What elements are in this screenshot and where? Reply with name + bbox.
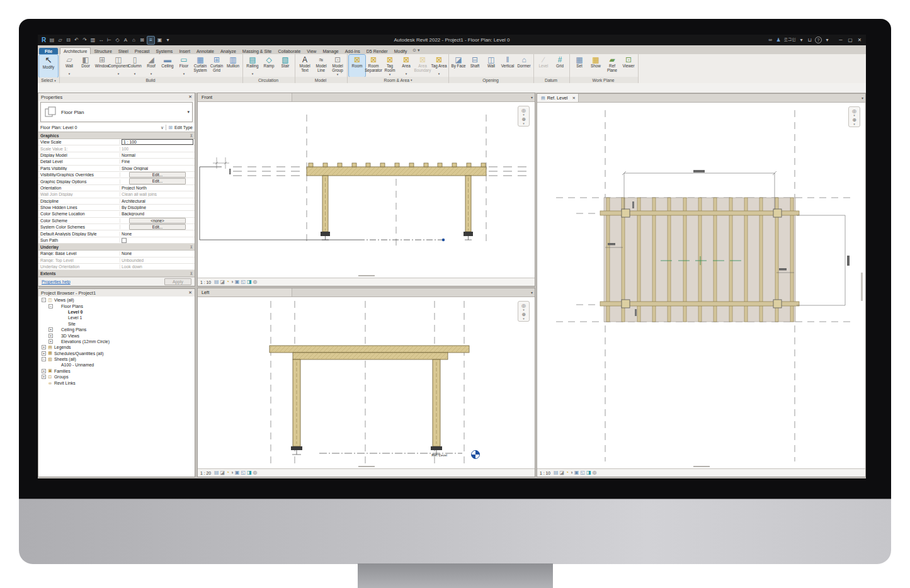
modify-button[interactable]: ↖ Modify <box>39 55 58 77</box>
visual-style-icon[interactable]: ◪ <box>220 470 225 475</box>
view-tab-front[interactable]: Front <box>198 93 292 101</box>
selection-options-icon[interactable]: ⊙ ▾ <box>410 47 422 54</box>
ribbon-tab[interactable]: Collaborate <box>275 48 304 54</box>
tree-item[interactable]: + ▦ Schedules/Quantities (all) <box>38 351 195 356</box>
pergola-posts[interactable] <box>291 359 442 455</box>
stair-button[interactable]: ▧ Stair <box>277 55 293 77</box>
ribbon-tab[interactable]: Architecture <box>60 47 91 54</box>
property-section-header[interactable]: Extents ⊼ <box>38 270 195 277</box>
property-row[interactable]: Underlay Orientation Look down Look down… <box>38 264 195 270</box>
tree-toggle[interactable]: + <box>42 369 46 373</box>
ribbon-tab[interactable]: Add-Ins <box>342 48 363 54</box>
close-icon[interactable]: ✕ <box>188 94 192 99</box>
horizontal-scrollbar[interactable] <box>358 275 375 276</box>
tree-item[interactable]: + Elevations (12mm Circle) <box>38 339 195 344</box>
tree-toggle[interactable]: − <box>42 298 46 302</box>
signed-in-user-label[interactable]: 로그인 <box>784 37 797 43</box>
edit-type-icon[interactable]: ⊞ <box>166 125 173 130</box>
curtain-grid-button[interactable]: ⊞ Curtain Grid <box>208 55 225 77</box>
chevron-down-icon[interactable]: ∨ <box>161 125 164 130</box>
app-store-icon[interactable]: ⊔ <box>807 37 812 43</box>
tree-item[interactable]: Level 0 <box>38 309 195 315</box>
property-row[interactable]: Discipline Architectural Architectural A… <box>38 198 195 205</box>
visual-style-icon[interactable]: ◪ <box>220 280 225 285</box>
dormer-button[interactable]: ⌂ Dormer <box>516 55 532 77</box>
crop-view-icon[interactable]: ▣ <box>235 280 240 285</box>
properties-help-link[interactable]: Properties help <box>42 280 71 284</box>
ribbon-panel-label[interactable]: Circulation <box>243 77 295 83</box>
railing-button[interactable]: ▤ Railing ▾ <box>244 55 261 77</box>
tree-toggle[interactable]: − <box>48 304 53 308</box>
view-tab-left[interactable]: Left <box>198 288 292 297</box>
spot-elevation-point[interactable] <box>442 239 445 241</box>
help-caret-icon[interactable]: ▾ <box>824 37 830 43</box>
property-section-header[interactable]: Underlay ⊼ <box>38 244 195 251</box>
property-row[interactable]: System Color Schemes Edit... Edit... Edi… <box>38 224 195 230</box>
crop-region-icon[interactable]: ◱ <box>241 280 246 285</box>
visual-style-icon[interactable]: ◪ <box>560 470 565 475</box>
crop-view-icon[interactable]: ▣ <box>574 470 579 475</box>
checkbox[interactable] <box>122 238 127 243</box>
level-head-icon[interactable] <box>472 451 480 459</box>
tree-item[interactable]: + ▤ Legends <box>38 344 195 350</box>
property-row[interactable]: Parts Visibility Show Original Show Orig… <box>38 166 195 172</box>
ribbon-panel-label[interactable]: Select▾ <box>38 77 59 83</box>
ribbon-tab[interactable]: Steel <box>115 48 132 54</box>
room-separator-button[interactable]: ⊠ Room Separator <box>365 55 382 77</box>
ribbon-tab[interactable]: View <box>304 48 319 54</box>
restore-button[interactable]: ▢ <box>846 36 855 44</box>
property-row[interactable]: Wall Join Display Clean all wall joins C… <box>38 191 195 198</box>
user-avatar-icon[interactable]: ♟ <box>776 37 782 43</box>
property-row[interactable]: Scale Value 1: 100 100 100 <box>38 145 195 152</box>
property-row[interactable]: Sun Path <box>38 237 195 244</box>
scale-button[interactable]: 1 : 20 <box>200 471 211 475</box>
section-icon[interactable]: ⊠ <box>139 37 145 44</box>
model-group-button[interactable]: ⊡ Model Group ▾ <box>329 55 346 77</box>
property-row[interactable]: Color Scheme Location Background Backgro… <box>38 211 195 217</box>
pergola-slab[interactable] <box>270 346 469 353</box>
minimize-button[interactable]: ─ <box>836 36 845 44</box>
tree-item[interactable]: + 3D Views <box>38 332 195 338</box>
tree-item[interactable]: + ⊡ Groups <box>38 374 195 380</box>
component-button[interactable]: ◫ Component ▾ <box>110 55 127 77</box>
value-button[interactable]: Edit... <box>129 172 186 178</box>
ribbon-tab[interactable]: Structure <box>91 48 115 54</box>
edit-type-button[interactable]: Edit Type <box>174 125 193 130</box>
ribbon-tab[interactable]: Analyze <box>217 48 239 54</box>
property-row[interactable]: Color Scheme <none> <none> <none> <box>38 218 195 224</box>
ribbon-tab[interactable]: D5 Render <box>363 48 391 54</box>
close-icon[interactable]: ✕ <box>188 290 192 295</box>
tree-item[interactable]: Site <box>38 321 195 327</box>
type-selector[interactable]: Floor Plan ▾ <box>40 102 193 122</box>
customize-qat-icon[interactable]: ▾ <box>164 37 171 44</box>
shadows-icon[interactable]: ◑ <box>230 280 234 285</box>
project-browser-header[interactable]: Project Browser - Project1 ✕ <box>38 289 195 297</box>
curtain-system-button[interactable]: ▦ Curtain System <box>192 55 208 77</box>
area-button[interactable]: ⊠ Area ▾ <box>398 55 414 77</box>
reveal-hidden-icon[interactable]: ◍ <box>253 470 258 475</box>
model-line-button[interactable]: ≈ Model Line <box>313 55 329 77</box>
account-caret-icon[interactable]: ▾ <box>799 37 804 43</box>
level-button[interactable]: ∕ Level <box>535 55 552 77</box>
crop-region-icon[interactable]: ◱ <box>580 470 585 475</box>
dimension-right[interactable] <box>797 215 850 305</box>
property-row[interactable]: Orientation Project North Project North … <box>38 185 195 191</box>
tree-item[interactable]: + ▣ Families <box>38 368 195 374</box>
property-row[interactable]: Visibility/Graphics Overrides Edit... Ed… <box>38 172 195 178</box>
reveal-hidden-icon[interactable]: ◍ <box>253 280 258 285</box>
ribbon-panel-label[interactable]: Model <box>295 77 347 83</box>
sun-path-icon[interactable]: ◔ <box>226 280 229 285</box>
ribbon-panel-label[interactable]: Work Plane <box>570 77 638 83</box>
default-3d-view-icon[interactable]: ⌂ <box>130 37 137 44</box>
detail-level-icon[interactable]: ▤ <box>214 470 219 475</box>
area-boundary-button[interactable]: ⊠ Area Boundary <box>414 55 431 77</box>
ribbon-tab[interactable]: Manage <box>319 48 341 54</box>
door-button[interactable]: ◧ Door <box>77 55 94 77</box>
apply-button[interactable]: Apply <box>164 278 191 285</box>
tree-item[interactable]: + Ceiling Plans <box>38 327 195 332</box>
wall-opening-button[interactable]: ◫ Wall <box>483 55 499 77</box>
scale-button[interactable]: 1 : 10 <box>540 471 550 475</box>
chevron-down-icon[interactable]: ▾ <box>523 122 525 125</box>
tag-area-button[interactable]: ⊠ Tag Area ▾ <box>431 55 447 77</box>
wall-button[interactable]: ▱ Wall ▾ <box>61 55 77 77</box>
